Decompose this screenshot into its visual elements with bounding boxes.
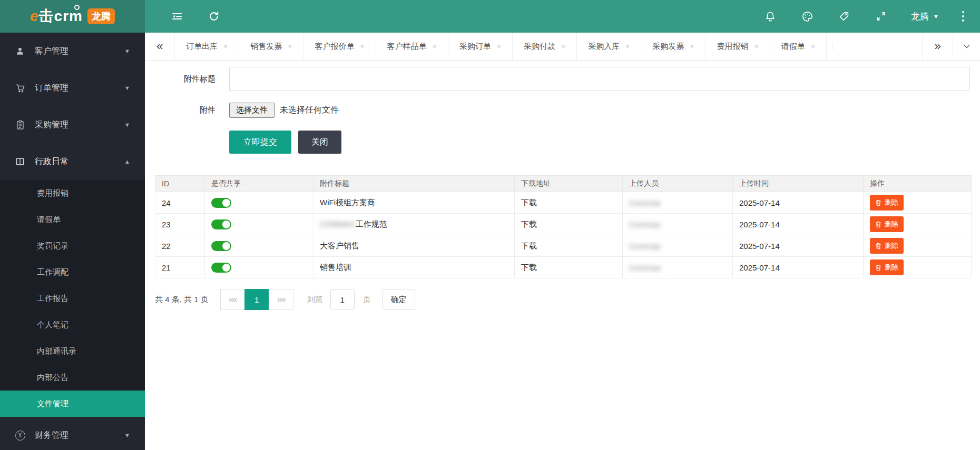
- close-icon[interactable]: ×: [288, 42, 292, 51]
- page-unit-label: 页: [363, 295, 371, 305]
- submenu-label: 费用报销: [37, 188, 68, 198]
- no-file-selected-text: 未选择任何文件: [280, 105, 339, 116]
- user-menu[interactable]: 龙腾 ▼: [911, 11, 939, 23]
- sidebar-item-internal-contacts[interactable]: 内部通讯录: [0, 338, 145, 364]
- delete-button[interactable]: 删除: [870, 216, 904, 232]
- download-link[interactable]: 下载: [521, 241, 537, 250]
- blurred-text: COMMAX: [320, 219, 356, 228]
- book-icon: [15, 156, 25, 167]
- download-link[interactable]: 下载: [521, 219, 537, 228]
- tag-icon[interactable]: [837, 9, 851, 23]
- share-toggle[interactable]: [211, 198, 231, 208]
- bell-icon[interactable]: [763, 9, 777, 23]
- tab-sales-invoice[interactable]: 销售发票×: [239, 33, 303, 60]
- cell-time: 2025-07-14: [733, 192, 864, 214]
- tab-bar: « 订单出库× 销售发票× 客户报价单× 客户样品单× 采购订单× 采购付款× …: [145, 33, 980, 61]
- next-page-button[interactable]: »»: [269, 289, 293, 310]
- close-icon[interactable]: ×: [497, 42, 501, 51]
- attachment-title-input[interactable]: [229, 67, 970, 91]
- sidebar-item-reward-punishment[interactable]: 奖罚记录: [0, 233, 145, 259]
- sidebar-item-order-mgmt[interactable]: 订单管理 ▼: [0, 69, 145, 106]
- page-1-button[interactable]: 1: [244, 289, 269, 310]
- close-icon[interactable]: ×: [690, 42, 694, 51]
- tab-order-outbound[interactable]: 订单出库×: [174, 33, 239, 60]
- col-time: 上传时间: [733, 176, 864, 192]
- download-link[interactable]: 下载: [521, 263, 537, 272]
- prev-page-button[interactable]: ««: [220, 289, 245, 310]
- sidebar-item-customer-mgmt[interactable]: 客户管理 ▼: [0, 33, 145, 69]
- table-row: 24 WiFi模组方案商 下载 Commax 2025-07-14 删除: [155, 192, 972, 214]
- tabs-dropdown-button[interactable]: [953, 33, 980, 60]
- close-icon[interactable]: ×: [360, 42, 364, 51]
- sidebar-item-work-report[interactable]: 工作报告: [0, 285, 145, 312]
- fullscreen-icon[interactable]: [874, 9, 888, 23]
- delete-label: 删除: [885, 263, 898, 272]
- sidebar: 客户管理 ▼ 订单管理 ▼ 采购管理 ▼ 行政日常 ▲ 费用报销: [0, 33, 145, 450]
- close-icon[interactable]: ×: [561, 42, 565, 51]
- goto-page-input[interactable]: [330, 289, 355, 309]
- choose-file-button[interactable]: 选择文件: [229, 103, 275, 118]
- tab-purchase-inbound[interactable]: 采购入库×: [576, 33, 641, 60]
- close-icon[interactable]: ×: [754, 42, 759, 51]
- sidebar-item-finance-mgmt[interactable]: ¥ 财务管理 ▼: [0, 417, 145, 450]
- refresh-icon[interactable]: [207, 9, 221, 23]
- close-icon[interactable]: ×: [811, 42, 815, 51]
- tabs-scroll-right-button[interactable]: »: [922, 33, 953, 60]
- delete-button[interactable]: 删除: [870, 195, 904, 211]
- share-toggle[interactable]: [211, 263, 231, 273]
- close-icon[interactable]: ×: [223, 42, 228, 51]
- share-toggle[interactable]: [211, 241, 231, 251]
- download-link[interactable]: 下载: [521, 198, 537, 207]
- title-text: 销售培训: [320, 263, 351, 272]
- header-main: 龙腾 ▼: [145, 0, 980, 33]
- tab-partial[interactable]: ⋮: [826, 33, 839, 60]
- sidebar-item-internal-notice[interactable]: 内部公告: [0, 364, 145, 391]
- sidebar-item-file-mgmt[interactable]: 文件管理: [0, 391, 145, 417]
- tab-purchase-invoice[interactable]: 采购发票×: [641, 33, 705, 60]
- submit-button[interactable]: 立即提交: [229, 131, 291, 154]
- tab-leave-form[interactable]: 请假单×: [770, 33, 826, 60]
- chevron-down-icon: ▼: [124, 432, 130, 438]
- tab-purchase-payment[interactable]: 采购付款×: [512, 33, 576, 60]
- sidebar-item-purchase-mgmt[interactable]: 采购管理 ▼: [0, 106, 145, 143]
- app-logo: e击crm 龙腾: [0, 0, 145, 33]
- kebab-menu-icon[interactable]: [962, 11, 964, 22]
- tab-label: 采购付款: [524, 42, 555, 52]
- title-text: WiFi模组方案商: [320, 198, 375, 207]
- close-icon[interactable]: ×: [433, 42, 437, 51]
- tab-label: 采购发票: [652, 42, 684, 52]
- tab-customer-sample[interactable]: 客户样品单×: [376, 33, 448, 60]
- palette-icon[interactable]: [800, 9, 814, 23]
- table-row: 23 COMMAX工作规范 下载 Commax 2025-07-14 删除: [155, 214, 972, 235]
- tabs-scroll-left-button[interactable]: «: [145, 33, 174, 60]
- top-header: e击crm 龙腾: [0, 0, 980, 33]
- close-button[interactable]: 关闭: [298, 131, 341, 154]
- confirm-page-button[interactable]: 确定: [383, 289, 415, 310]
- close-icon[interactable]: ×: [625, 42, 630, 51]
- tab-label: 客户报价单: [315, 42, 354, 52]
- tab-customer-quote[interactable]: 客户报价单×: [303, 33, 375, 60]
- user-icon: [15, 46, 25, 56]
- delete-button[interactable]: 删除: [870, 259, 904, 275]
- yen-icon: ¥: [15, 430, 25, 441]
- sidebar-item-expense-report[interactable]: 费用报销: [0, 180, 145, 206]
- sidebar-item-leave-form[interactable]: 请假单: [0, 206, 145, 233]
- attachment-title-label: 附件标题: [145, 74, 215, 84]
- tab-purchase-order[interactable]: 采购订单×: [448, 33, 512, 60]
- sidebar-item-personal-notes[interactable]: 个人笔记: [0, 312, 145, 338]
- admin-daily-submenu: 费用报销 请假单 奖罚记录 工作调配 工作报告 个人笔记 内部通讯录 内部公告 …: [0, 180, 145, 417]
- sidebar-item-work-allocation[interactable]: 工作调配: [0, 259, 145, 285]
- col-title: 附件标题: [313, 176, 515, 192]
- share-toggle[interactable]: [211, 219, 231, 229]
- cell-title: 大客户销售: [313, 235, 515, 257]
- tab-label: 采购订单: [459, 42, 491, 52]
- collapse-menu-icon[interactable]: [170, 9, 184, 23]
- chevron-down-icon: ▼: [124, 122, 130, 128]
- clipboard-icon: [15, 119, 25, 130]
- cell-time: 2025-07-14: [733, 257, 864, 278]
- goto-label: 到第: [307, 295, 323, 305]
- sidebar-item-admin-daily[interactable]: 行政日常 ▲: [0, 143, 145, 180]
- tab-expense-report[interactable]: 费用报销×: [705, 33, 770, 60]
- delete-button[interactable]: 删除: [870, 238, 904, 254]
- cell-title: 销售培训: [313, 257, 515, 278]
